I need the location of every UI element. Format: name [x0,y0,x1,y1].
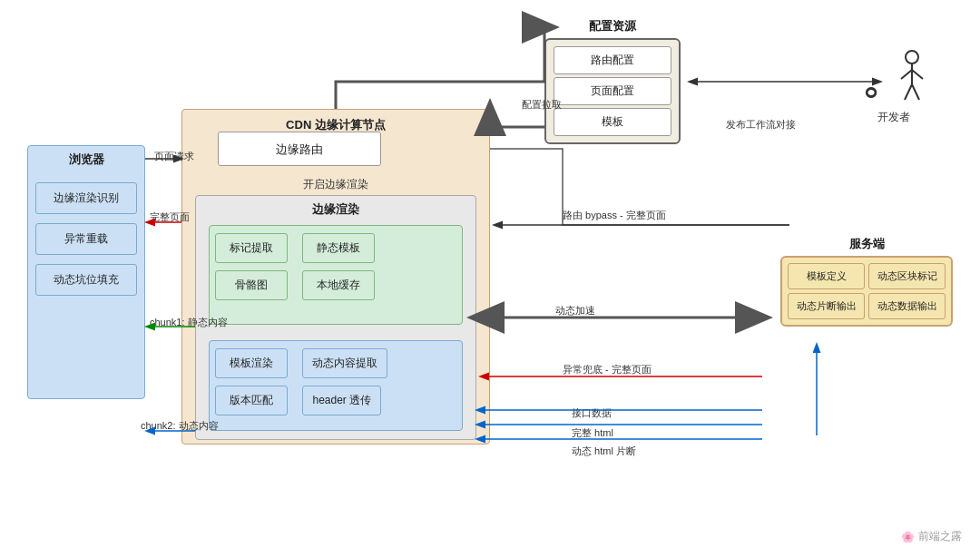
browser-item-3: 动态坑位填充 [35,264,137,296]
server-item-4: 动态数据输出 [868,293,946,319]
green-item-4: 本地缓存 [302,270,375,300]
config-item-2: 页面配置 [554,77,671,105]
browser-box: 浏览器 边缘渲染识别 异常重载 动态坑位填充 [27,145,145,399]
blue-item-1: 模板渲染 [215,348,288,378]
label-config-fetch: 配置拉取 [522,98,562,112]
label-complete-page: 完整页面 [150,210,190,224]
browser-item-1: 边缘渲染识别 [35,182,137,214]
blue-item-2: 动态内容提取 [302,348,387,378]
label-chunk2: chunk2: 动态内容 [141,419,219,433]
label-dynamic-accel: 动态加速 [555,304,595,318]
green-box: 标记提取 静态模板 骨骼图 本地缓存 [209,225,463,325]
label-interface-data: 接口数据 [572,406,612,420]
watermark-text: 前端之露 [918,529,962,544]
config-item-3: 模板 [554,108,671,136]
label-complete-html: 完整 html [572,426,613,440]
green-item-2: 静态模板 [302,233,375,263]
server-cylinder: 模板定义 动态区块标记 动态片断输出 动态数据输出 [780,256,953,327]
edge-routing-label: 边缘路由 [276,142,323,156]
green-item-3: 骨骼图 [215,270,288,300]
label-chunk1: chunk1: 静态内容 [150,316,228,329]
watermark-icon: 🌸 [901,531,915,543]
config-item-1: 路由配置 [554,46,671,74]
blue-item-4: header 透传 [302,386,381,415]
stick-figure-icon: ⚬ [858,50,930,110]
label-publish-workflow: 发布工作流对接 [726,118,796,132]
server-title: 服务端 [780,236,953,252]
edge-routing-box: 边缘路由 [218,132,381,166]
config-title: 配置资源 [544,18,681,34]
diagram-container: 浏览器 边缘渲染识别 异常重载 动态坑位填充 CDN 边缘计算节点 边缘路由 开… [0,0,980,557]
edge-render-label: 开启边缘渲染 [218,177,454,192]
server-box: 服务端 模板定义 动态区块标记 动态片断输出 动态数据输出 [780,236,953,327]
server-grid: 模板定义 动态区块标记 动态片断输出 动态数据输出 [788,263,946,319]
label-dynamic-html: 动态 html 片断 [572,445,636,458]
label-page-request: 页面请求 [154,150,194,163]
svg-line-4 [905,84,912,100]
green-item-1: 标记提取 [215,233,288,263]
watermark: 🌸 前端之露 [901,529,962,544]
edge-render-title: 边缘渲染 [196,196,475,223]
server-item-3: 动态片断输出 [788,293,865,319]
svg-point-0 [906,51,918,64]
server-item-2: 动态区块标记 [868,263,946,289]
browser-title: 浏览器 [28,146,144,173]
label-exception-fallback: 异常兜底 - 完整页面 [563,363,652,376]
svg-line-3 [912,70,923,79]
developer-label: 开发者 [858,110,930,125]
blue-item-3: 版本匹配 [215,386,288,415]
server-item-1: 模板定义 [788,263,865,289]
config-cylinder: 路由配置 页面配置 模板 [544,38,681,144]
browser-item-2: 异常重载 [35,223,137,255]
blue-box: 模板渲染 动态内容提取 版本匹配 header 透传 [209,340,463,431]
label-route-bypass: 路由 bypass - 完整页面 [563,209,666,222]
svg-line-5 [912,84,919,100]
developer-figure: ⚬ 开发者 [858,50,930,125]
config-box: 配置资源 路由配置 页面配置 模板 [544,18,681,144]
svg-line-2 [901,70,912,79]
